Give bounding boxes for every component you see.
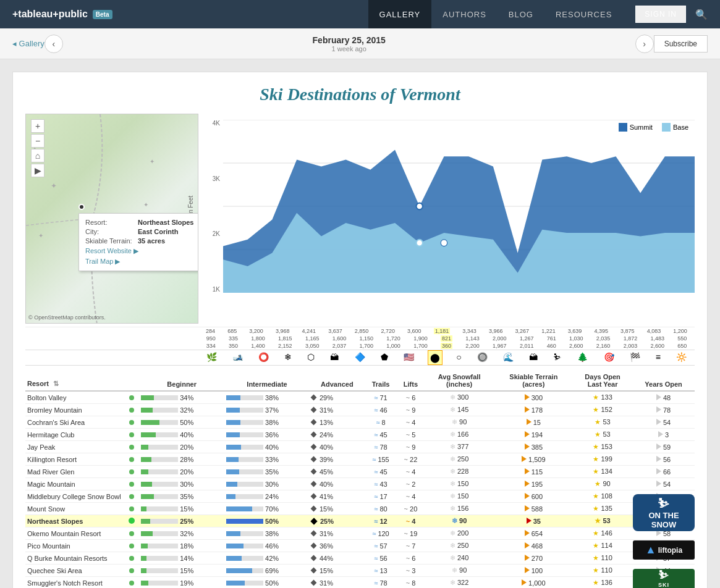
- resort-icon-1[interactable]: 🌿: [205, 350, 219, 365]
- terrain-cell: 194: [494, 429, 573, 441]
- y-tick-3k: 3K: [213, 175, 220, 182]
- resort-icon-15[interactable]: ⛷: [551, 350, 564, 365]
- back-to-gallery[interactable]: ◂ Gallery: [12, 39, 44, 48]
- trails-cell: ≈ 45: [365, 429, 397, 441]
- terrain-cell: 115: [494, 466, 573, 478]
- resort-icon-5[interactable]: ⬡: [305, 350, 316, 365]
- resort-name: Quechee Ski Area: [25, 565, 124, 577]
- resort-icon-17[interactable]: 🎯: [602, 350, 616, 365]
- resort-icon-18[interactable]: 🏁: [628, 350, 642, 365]
- table-row[interactable]: Okemo Mountain Resort32%38%31%≈ 120~ 19❄…: [25, 527, 695, 540]
- resort-icon-6[interactable]: 🏔: [328, 350, 341, 365]
- subscribe-button[interactable]: Subscribe: [654, 35, 708, 52]
- table-row[interactable]: Hermitage Club40%36%24%≈ 45~ 5❄ 166194★ …: [25, 429, 695, 441]
- snowfall-cell: ❄ 150: [425, 490, 494, 503]
- table-row[interactable]: Mount Snow15%70%15%≈ 80~ 20❄ 156588★ 135…: [25, 503, 695, 515]
- advanced-cell: 25%: [310, 515, 365, 527]
- resort-icon-4[interactable]: ❄: [282, 350, 294, 365]
- th-snowfall: Avg Snowfall(inches): [425, 371, 494, 391]
- svg-text:✦: ✦: [150, 158, 155, 165]
- svg-point-13: [417, 240, 423, 246]
- snowfall-cell: ❄ 145: [425, 404, 494, 416]
- snowfall-cell: ❄ 250: [425, 540, 494, 552]
- zoom-out-button[interactable]: −: [31, 134, 44, 148]
- resort-icon-20[interactable]: 🔆: [674, 350, 688, 365]
- beginner-cell: 18%: [139, 540, 224, 552]
- lifts-cell: ~ 4: [397, 466, 424, 478]
- intermediate-cell: 35%: [224, 466, 310, 478]
- lifts-cell: ~ 4: [397, 515, 424, 527]
- prev-button[interactable]: ‹: [44, 35, 63, 53]
- resort-icon-11[interactable]: ○: [454, 350, 463, 365]
- difficulty-dot: [124, 404, 139, 416]
- tooltip-website-link[interactable]: Resort Website ▶: [85, 247, 195, 255]
- resort-icon-2[interactable]: 🎿: [231, 350, 245, 365]
- resort-icon-12[interactable]: 🔘: [475, 350, 489, 365]
- table-row[interactable]: Mad River Glen20%35%45%≈ 45~ 4❄ 228115★ …: [25, 466, 695, 478]
- table-row[interactable]: Cochran's Ski Area50%38%13%≈ 8~ 4❄ 9015★…: [25, 416, 695, 429]
- data-val: 1,400: [251, 343, 265, 349]
- days-cell: ★ 110: [573, 552, 632, 565]
- nav-blog[interactable]: BLOG: [498, 0, 544, 28]
- resort-name: Cochran's Ski Area: [25, 416, 124, 429]
- snowfall-cell: ❄ 156: [425, 503, 494, 515]
- table-row[interactable]: Bolton Valley34%38%29%≈ 71~ 6❄ 300300★ 1…: [25, 391, 695, 404]
- terrain-cell: 35: [494, 515, 573, 527]
- table-section: Resort ⇅ Beginner Intermediate Advanced …: [25, 371, 695, 588]
- forward-button[interactable]: ▶: [31, 164, 44, 177]
- home-button[interactable]: ⌂: [31, 149, 44, 162]
- days-cell: ★ 199: [573, 453, 632, 466]
- viz-container: Ski Destinations of Vermont ✦ ✦ ✦ ✦ ✦ ✦: [12, 72, 708, 588]
- table-row[interactable]: Killington Resort28%33%39%≈ 155~ 22❄ 250…: [25, 453, 695, 466]
- table-row[interactable]: Bromley Mountain32%37%31%≈ 46~ 9❄ 145178…: [25, 404, 695, 416]
- signin-button[interactable]: SIGN IN: [635, 6, 686, 23]
- tooltip-trail-link[interactable]: Trail Map ▶: [85, 258, 195, 266]
- table-row[interactable]: Q Burke Mountain Resorts14%42%44%≈ 56~ 6…: [25, 552, 695, 565]
- days-cell: ★ 108: [573, 490, 632, 503]
- resort-icon-14[interactable]: 🏔: [527, 350, 540, 365]
- resort-icon-8[interactable]: ⬟: [379, 350, 390, 365]
- table-row[interactable]: Northeast Slopes25%50%25%≈ 12~ 4❄ 9035★ …: [25, 515, 695, 527]
- beginner-cell: 20%: [139, 466, 224, 478]
- resort-icon-10[interactable]: ⬤: [428, 350, 443, 365]
- beginner-cell: 25%: [139, 515, 224, 527]
- table-row[interactable]: Pico Mountain18%46%36%≈ 57~ 7❄ 250468★ 1…: [25, 540, 695, 552]
- table-row[interactable]: Smuggler's Notch Resort19%50%31%≈ 78~ 8❄…: [25, 577, 695, 589]
- resort-icon-13[interactable]: 🌊: [501, 350, 515, 365]
- resort-icon-3[interactable]: ⭕: [256, 350, 271, 365]
- resort-icon-7[interactable]: 🔷: [353, 350, 367, 365]
- advanced-cell: 45%: [310, 466, 365, 478]
- resort-icons-row: 🌿 🎿 ⭕ ❄ ⬡ 🏔 🔷 ⬟ 🇺🇸 ⬤ ○ 🔘 🌊 🏔 ⛷ 🌲 🎯 🏁 ≡: [25, 350, 695, 366]
- intermediate-cell: 46%: [224, 540, 310, 552]
- difficulty-dot: [124, 441, 139, 453]
- data-val: 1,221: [541, 328, 556, 334]
- nav-gallery[interactable]: GALLERY: [368, 0, 432, 28]
- skivermont-logo[interactable]: ⛷ SKI VERMONT: [633, 569, 695, 588]
- advanced-cell: 41%: [310, 490, 365, 503]
- resort-icon-16[interactable]: 🌲: [575, 350, 590, 365]
- table-row[interactable]: Middlebury College Snow Bowl35%24%41%≈ 1…: [25, 490, 695, 503]
- trails-cell: ≈ 8: [365, 416, 397, 429]
- zoom-in-button[interactable]: +: [31, 119, 44, 133]
- intermediate-cell: 38%: [224, 391, 310, 404]
- data-val: 1,200: [673, 328, 687, 334]
- nav-authors[interactable]: AUTHORS: [431, 0, 498, 28]
- table-row[interactable]: Magic Mountain30%30%40%≈ 43~ 2❄ 150195★ …: [25, 478, 695, 490]
- data-row-1-values: 284 685 3,200 3,968 4,241 3,637 2,850 2,…: [198, 328, 695, 334]
- table-row[interactable]: Jay Peak20%40%40%≈ 78~ 9❄ 377385★ 15359: [25, 441, 695, 453]
- resort-icon-19[interactable]: ≡: [654, 350, 663, 365]
- onthesnow-logo[interactable]: ⛷ ON THE SNOW: [633, 494, 695, 531]
- years-cell: 54: [632, 478, 695, 490]
- resort-icon-9[interactable]: 🇺🇸: [402, 350, 416, 365]
- search-icon[interactable]: 🔍: [695, 9, 708, 20]
- next-button[interactable]: ›: [635, 35, 654, 53]
- liftopia-logo[interactable]: ▲ liftopia: [633, 540, 695, 560]
- nav-resources[interactable]: RESOURCES: [544, 0, 623, 28]
- advanced-cell: 15%: [310, 503, 365, 515]
- years-cell: 54: [632, 416, 695, 429]
- years-cell: 78: [632, 404, 695, 416]
- sort-icon[interactable]: ⇅: [53, 380, 59, 388]
- table-row[interactable]: Quechee Ski Area15%69%15%≈ 13~ 3❄ 90100★…: [25, 565, 695, 577]
- intermediate-cell: 33%: [224, 453, 310, 466]
- data-val: 1,872: [624, 335, 638, 342]
